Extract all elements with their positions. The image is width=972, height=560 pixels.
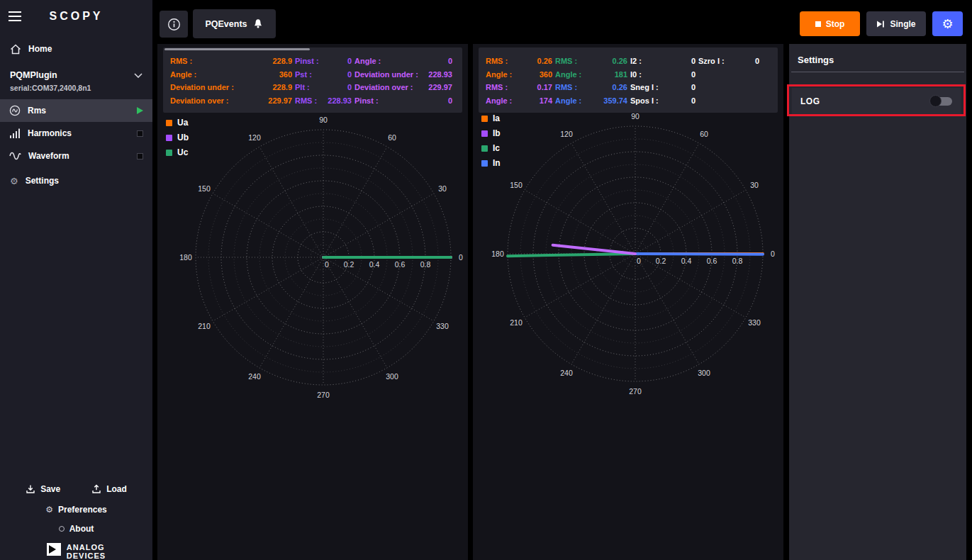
current-legend: IaIbIcIn	[481, 113, 501, 173]
analog-devices-logo: ANALOG DEVICES	[0, 543, 152, 560]
sidebar: SCOPY Home PQMPlugin serial:COM37,2400,8…	[0, 0, 152, 560]
legend-item-ua[interactable]: Ua	[166, 118, 189, 128]
about-label: About	[69, 524, 94, 534]
stats-scrollbar[interactable]	[164, 48, 310, 50]
stats-row: RMS :228.9Pinst :0Angle :0	[170, 55, 455, 68]
svg-text:0.2: 0.2	[344, 260, 354, 269]
save-button[interactable]: Save	[26, 484, 60, 494]
svg-text:0: 0	[771, 250, 775, 258]
sidebar-item-rms[interactable]: Rms	[0, 99, 152, 122]
voltage-stats: RMS :228.9Pinst :0Angle :0Angle :360Pst …	[163, 47, 462, 113]
brand-bottom: DEVICES	[67, 551, 106, 560]
legend-swatch	[481, 116, 488, 122]
stat-cell: Pinst :0	[295, 57, 352, 65]
sidebar-item-waveform[interactable]: Waveform	[0, 145, 152, 167]
pqevents-button[interactable]: PQEvents	[193, 9, 276, 38]
stat-cell: I0 :0	[630, 70, 696, 79]
stop-indicator-icon[interactable]	[137, 130, 143, 137]
svg-text:270: 270	[317, 391, 330, 399]
svg-text:210: 210	[198, 322, 211, 330]
instrument-label: Harmonics	[28, 128, 72, 138]
stop-label: Stop	[826, 19, 845, 29]
preferences-label: Preferences	[58, 505, 107, 515]
stat-cell: RMS :0.26	[555, 57, 627, 65]
stop-icon	[815, 21, 821, 27]
stat-cell: Deviation over :229.97	[170, 96, 292, 105]
load-label: Load	[106, 484, 127, 494]
svg-text:120: 120	[248, 133, 261, 142]
stat-cell: Angle :0	[354, 57, 452, 65]
sidebar-footer: Save Load ⚙ Preferences About ANALOG DEV…	[0, 484, 152, 560]
stat-cell: Plt :0	[295, 83, 352, 91]
load-icon	[91, 484, 101, 494]
stop-button[interactable]: Stop	[800, 11, 860, 36]
preferences-button[interactable]: ⚙ Preferences	[0, 505, 152, 515]
svg-text:330: 330	[436, 322, 449, 330]
legend-item-uc[interactable]: Uc	[166, 147, 189, 157]
svg-text:210: 210	[510, 318, 523, 327]
voltage-polar-chart: 030609012015018021024027030033000.20.40.…	[169, 103, 477, 411]
sidebar-item-home[interactable]: Home	[0, 38, 152, 60]
single-button[interactable]: Single	[866, 11, 926, 36]
svg-text:240: 240	[560, 369, 573, 377]
about-button[interactable]: About	[0, 524, 152, 534]
load-button[interactable]: Load	[91, 484, 127, 494]
stat-cell: RMS :0.26	[486, 57, 552, 65]
menu-toggle-icon[interactable]	[9, 11, 21, 21]
legend-item-ia[interactable]: Ia	[481, 113, 501, 123]
analog-devices-mark-icon	[47, 543, 61, 556]
svg-text:60: 60	[700, 130, 708, 138]
stats-row: RMS :0.17RMS :0.26Sneg I :0	[486, 81, 771, 94]
gear-icon: ⚙	[45, 505, 53, 514]
info-button[interactable]	[160, 11, 188, 38]
plugin-title: PQMPlugin	[10, 70, 134, 80]
stat-cell: Angle :360	[170, 70, 292, 79]
svg-text:90: 90	[631, 112, 639, 121]
brand-top: ANALOG	[67, 543, 105, 551]
stat-cell: RMS :228.93	[295, 96, 352, 105]
stat-cell: Deviation over :229.97	[354, 83, 452, 91]
svg-text:0.4: 0.4	[681, 257, 692, 265]
settings-label: Settings	[26, 176, 59, 186]
svg-text:90: 90	[319, 116, 328, 124]
legend-item-in[interactable]: In	[481, 158, 501, 168]
sidebar-plugin-pqm[interactable]: PQMPlugin serial:COM37,2400,8n1	[0, 68, 152, 92]
stop-indicator-icon[interactable]	[137, 153, 143, 159]
voltage-panel: RMS :228.9Pinst :0Angle :0Angle :360Pst …	[157, 44, 468, 560]
stat-cell: I2 :0	[630, 57, 696, 65]
stat-cell: Deviation under :228.9	[170, 83, 292, 91]
sidebar-item-harmonics[interactable]: Harmonics	[0, 122, 152, 145]
log-toggle[interactable]	[931, 97, 952, 106]
stat-cell: Pinst :0	[354, 96, 452, 105]
sidebar-item-settings[interactable]: ⚙ Settings	[0, 170, 152, 191]
run-indicator-icon[interactable]	[137, 107, 143, 114]
chevron-down-icon[interactable]	[134, 73, 143, 78]
settings-gear-button[interactable]: ⚙	[932, 11, 963, 36]
svg-text:30: 30	[438, 184, 447, 193]
stat-cell: Spos I :0	[630, 96, 696, 105]
home-icon	[10, 44, 21, 55]
current-polar-chart: 030609012015018021024027030033000.20.40.…	[481, 100, 789, 408]
stat-cell: Angle :360	[486, 70, 552, 79]
voltage-legend: UaUbUc	[166, 118, 189, 162]
stats-row: RMS :0.26RMS :0.26I2 :0Szro I :0	[486, 55, 771, 68]
svg-text:270: 270	[629, 387, 642, 396]
stat-cell: Deviation under :228.93	[354, 70, 452, 79]
stat-cell: RMS :0.17	[486, 83, 552, 91]
plugin-subtitle: serial:COM37,2400,8n1	[0, 84, 152, 92]
legend-item-ub[interactable]: Ub	[166, 133, 189, 142]
stats-row: Angle :360Pst :0Deviation under :228.93	[170, 68, 455, 82]
svg-text:300: 300	[698, 369, 710, 377]
bell-icon	[252, 18, 264, 29]
legend-item-ic[interactable]: Ic	[481, 143, 501, 153]
stat-cell: Sneg I :0	[630, 83, 696, 91]
svg-text:180: 180	[491, 250, 504, 258]
stat-cell: Angle :181	[555, 70, 627, 79]
save-label: Save	[40, 484, 60, 494]
instrument-label: Rms	[28, 106, 46, 116]
svg-text:330: 330	[748, 318, 761, 327]
legend-item-ib[interactable]: Ib	[481, 128, 501, 138]
info-icon	[167, 18, 181, 31]
home-label: Home	[28, 44, 52, 54]
svg-text:150: 150	[510, 181, 523, 189]
